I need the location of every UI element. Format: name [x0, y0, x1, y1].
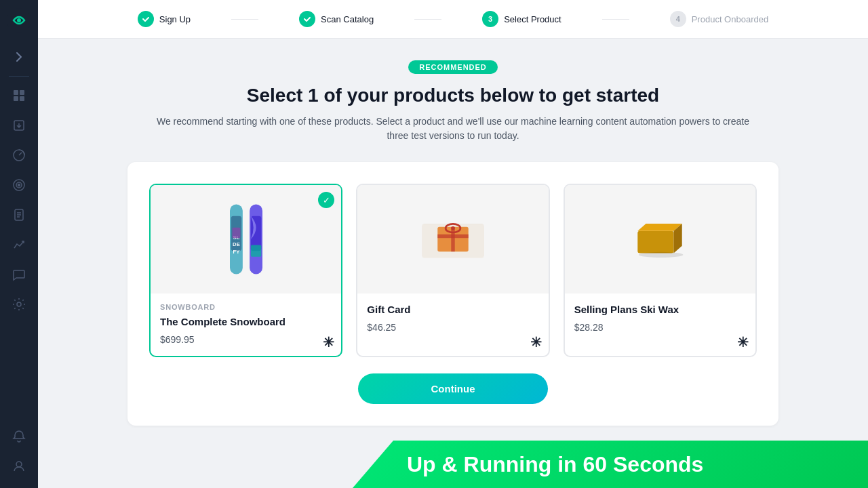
svg-rect-5 [20, 96, 24, 101]
recommended-badge: RECOMMENDED [408, 60, 498, 74]
sidebar [0, 0, 38, 488]
product-image-snowboard: SL DE FY ✓ [151, 185, 341, 293]
product-price-gift-card: $46.25 [367, 322, 410, 333]
step-4[interactable]: 4 Product Onboarded [670, 11, 768, 27]
sidebar-nav-trends[interactable] [5, 231, 33, 258]
svg-rect-4 [14, 96, 18, 101]
sidebar-nav-messages[interactable] [5, 261, 33, 288]
product-card-gift-card[interactable]: Gift Card $46.25 ✳ [356, 184, 549, 357]
product-info-gift-card: Gift Card $46.25 ✳ [357, 293, 548, 344]
sidebar-nav-reports[interactable] [5, 201, 33, 228]
sidebar-nav-dashboard[interactable] [5, 82, 33, 109]
product-name-ski-wax: Selling Plans Ski Wax [574, 303, 679, 317]
continue-button[interactable]: Continue [358, 373, 548, 404]
sidebar-nav-import[interactable] [5, 112, 33, 139]
svg-rect-30 [638, 231, 674, 253]
gift-card-illustration [419, 212, 487, 266]
asterisk-icon-gift-card: ✳ [530, 336, 542, 349]
svg-rect-27 [451, 227, 454, 251]
sidebar-bottom [5, 423, 33, 480]
svg-point-13 [16, 462, 22, 467]
svg-point-1 [17, 18, 21, 22]
step-4-label: Product Onboarded [692, 14, 768, 24]
page-content: RECOMMENDED Select 1 of your products be… [38, 39, 868, 488]
banner-text: Up & Running in 60 Seconds [407, 452, 703, 477]
sidebar-divider-1 [9, 76, 29, 77]
product-price-snowboard: $699.95 [160, 334, 285, 345]
app-logo[interactable] [7, 8, 31, 33]
progress-stepper: Sign Up Scan Catalog 3 Select Product 4 … [38, 0, 868, 39]
snowboard-illustration: SL DE FY [219, 199, 273, 280]
step-1-circle [138, 11, 154, 27]
sidebar-nav-notifications[interactable] [5, 423, 33, 450]
product-info-snowboard: SNOWBOARD The Complete Snowboard $699.95… [151, 293, 341, 356]
svg-point-33 [639, 252, 683, 258]
product-card-snowboard[interactable]: SL DE FY ✓ [149, 184, 342, 357]
product-image-ski-wax [565, 185, 755, 293]
products-section: SL DE FY ✓ [127, 162, 778, 426]
ski-wax-illustration [629, 216, 690, 263]
asterisk-icon-ski-wax: ✳ [737, 336, 749, 349]
product-image-gift-card [357, 185, 548, 293]
sidebar-nav-analytics[interactable] [5, 142, 33, 169]
svg-rect-22 [251, 245, 261, 257]
step-1[interactable]: Sign Up [138, 11, 191, 27]
step-2-label: Scan Catalog [321, 14, 374, 24]
product-price-ski-wax: $28.28 [574, 322, 679, 333]
svg-point-29 [451, 226, 454, 230]
svg-text:FY: FY [233, 249, 240, 255]
step-connector-3 [602, 19, 629, 20]
sidebar-nav-goals[interactable] [5, 171, 33, 199]
step-connector-1 [231, 19, 258, 20]
selected-check-icon: ✓ [318, 192, 334, 208]
svg-text:DE: DE [233, 241, 240, 247]
product-card-ski-wax[interactable]: Selling Plans Ski Wax $28.28 ✳ [564, 184, 757, 357]
step-3-label: Select Product [504, 14, 561, 24]
product-category-snowboard: SNOWBOARD [160, 303, 285, 311]
step-3[interactable]: 3 Select Product [482, 11, 561, 27]
step-3-circle: 3 [482, 11, 498, 27]
step-2[interactable]: Scan Catalog [299, 11, 374, 27]
product-info-ski-wax: Selling Plans Ski Wax $28.28 ✳ [565, 293, 755, 344]
asterisk-icon-snowboard: ✳ [323, 336, 334, 349]
main-content: Sign Up Scan Catalog 3 Select Product 4 … [38, 0, 868, 488]
svg-rect-19 [232, 228, 240, 238]
page-title: Select 1 of your products below to get s… [247, 85, 659, 106]
svg-point-12 [17, 302, 21, 306]
bottom-banner: Up & Running in 60 Seconds [353, 441, 868, 488]
page-subtitle: We recommend starting with one of these … [148, 115, 758, 143]
step-2-circle [299, 11, 315, 27]
product-name-gift-card: Gift Card [367, 303, 410, 317]
product-name-snowboard: The Complete Snowboard [160, 315, 285, 329]
svg-rect-2 [14, 90, 18, 95]
sidebar-nav-profile[interactable] [5, 453, 33, 480]
step-4-circle: 4 [670, 11, 686, 27]
sidebar-nav-arrow[interactable] [5, 43, 33, 70]
step-connector-2 [414, 19, 441, 20]
sidebar-nav-settings[interactable] [5, 291, 33, 318]
svg-point-10 [18, 184, 20, 186]
step-1-label: Sign Up [159, 14, 191, 24]
svg-rect-3 [20, 90, 24, 95]
products-grid: SL DE FY ✓ [149, 184, 757, 357]
